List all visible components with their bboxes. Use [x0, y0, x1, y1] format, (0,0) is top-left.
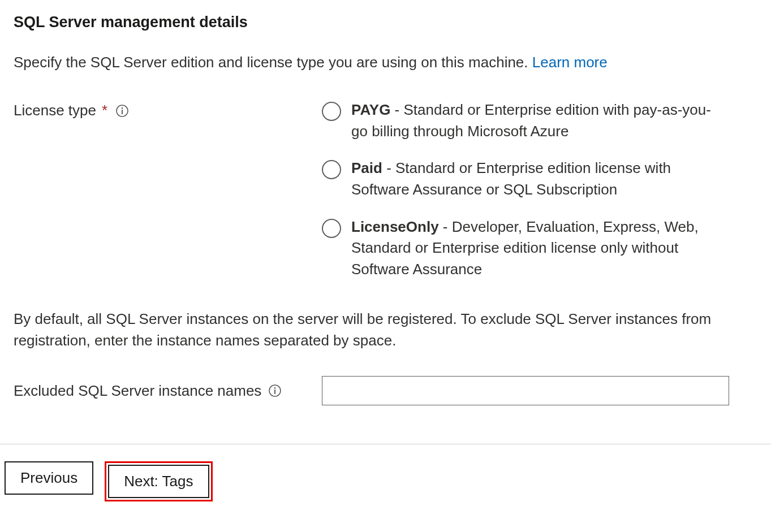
learn-more-link[interactable]: Learn more [532, 54, 608, 71]
radio-icon[interactable] [322, 160, 341, 179]
option-name: LicenseOnly [351, 218, 439, 235]
info-icon[interactable] [115, 104, 129, 118]
radio-text: Paid - Standard or Enterprise edition li… [351, 158, 725, 200]
radio-icon[interactable] [322, 102, 341, 121]
license-options: PAYG - Standard or Enterprise edition wi… [322, 100, 757, 280]
radio-text: PAYG - Standard or Enterprise edition wi… [351, 100, 725, 142]
svg-point-4 [274, 387, 276, 389]
radio-icon[interactable] [322, 219, 341, 238]
option-name: PAYG [351, 101, 390, 118]
intro-text-row: Specify the SQL Server edition and licen… [14, 54, 757, 71]
license-option-paid[interactable]: Paid - Standard or Enterprise edition li… [322, 158, 757, 200]
svg-rect-5 [274, 390, 275, 394]
svg-rect-2 [122, 110, 123, 114]
license-type-label: License type [14, 102, 96, 119]
exclude-description: By default, all SQL Server instances on … [14, 309, 726, 351]
excluded-instances-label-col: Excluded SQL Server instance names [14, 382, 322, 400]
next-tags-button[interactable]: Next: Tags [108, 465, 209, 498]
license-type-row: License type * PAYG - Standard or Enterp… [14, 100, 757, 280]
intro-text: Specify the SQL Server edition and licen… [14, 54, 532, 71]
section-heading: SQL Server management details [14, 14, 757, 31]
license-type-label-col: License type * [14, 100, 322, 119]
radio-text: LicenseOnly - Developer, Evaluation, Exp… [351, 217, 725, 280]
option-name: Paid [351, 159, 382, 176]
license-option-licenseonly[interactable]: LicenseOnly - Developer, Evaluation, Exp… [322, 217, 757, 280]
required-indicator: * [102, 102, 107, 119]
excluded-instances-input[interactable] [322, 376, 729, 405]
next-button-highlight: Next: Tags [105, 461, 212, 501]
svg-point-1 [122, 107, 123, 109]
excluded-instances-label: Excluded SQL Server instance names [14, 382, 261, 400]
info-icon[interactable] [268, 384, 282, 397]
option-desc: - Standard or Enterprise edition with pa… [351, 101, 711, 140]
footer-buttons: Previous Next: Tags [5, 461, 213, 501]
option-desc: - Standard or Enterprise edition license… [351, 159, 671, 198]
excluded-instances-row: Excluded SQL Server instance names [14, 376, 757, 405]
license-option-payg[interactable]: PAYG - Standard or Enterprise edition wi… [322, 100, 757, 142]
previous-button[interactable]: Previous [5, 461, 93, 495]
footer-divider [0, 444, 771, 444]
